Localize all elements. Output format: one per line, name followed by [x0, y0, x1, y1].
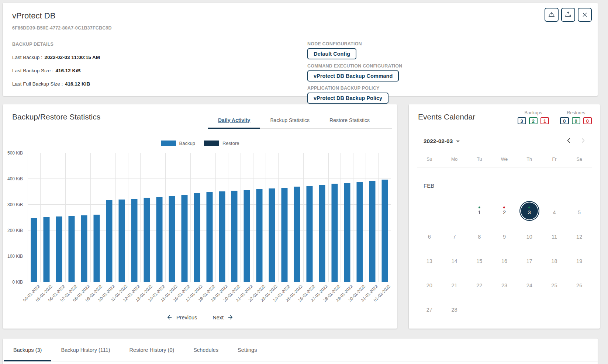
bottom-tabs: Backups (3)Backup History (111)Restore H…: [3, 339, 598, 361]
calendar-day[interactable]: 16: [492, 247, 517, 272]
calendar-day[interactable]: 2: [492, 199, 517, 223]
backup-bar[interactable]: [144, 198, 150, 282]
command-execution-configuration-button[interactable]: vProtect DB Backup Command: [307, 70, 399, 82]
chart-bar-slot: 09-01-2022: [91, 153, 103, 282]
date-select[interactable]: 2022-02-03: [424, 138, 460, 145]
node-configuration-button[interactable]: Default Config: [307, 48, 356, 59]
calendar-day[interactable]: 4: [542, 199, 567, 223]
backup-bar[interactable]: [219, 191, 225, 282]
event-count-badge: 2: [529, 117, 538, 124]
dot-spacer: [553, 231, 555, 233]
badge-group-backups: Backups321: [518, 110, 549, 124]
restore-button[interactable]: [561, 8, 575, 22]
tab-schedules[interactable]: Schedules: [184, 339, 228, 361]
calendar-day[interactable]: 6: [417, 223, 442, 247]
calendar-day[interactable]: 24: [517, 272, 542, 296]
calendar-day[interactable]: 23: [492, 272, 517, 296]
backup-bar[interactable]: [281, 188, 288, 282]
backup-bar[interactable]: [331, 184, 338, 282]
calendar-day[interactable]: 22: [467, 272, 492, 296]
calendar-day[interactable]: 20: [417, 272, 442, 296]
arrow-right-icon: [227, 314, 234, 320]
backup-bar[interactable]: [56, 216, 62, 282]
backup-bar[interactable]: [356, 182, 363, 282]
tab-restore-history-0[interactable]: Restore History (0): [120, 339, 184, 361]
tab-backup-history-111[interactable]: Backup History (111): [51, 339, 120, 361]
y-axis-tick: 400 KiB: [7, 176, 23, 181]
calendar-day[interactable]: 19: [567, 247, 592, 272]
chart-plot: 04-01-202205-01-202206-01-202207-01-2022…: [28, 153, 391, 282]
backup-bar[interactable]: [169, 196, 175, 282]
calendar-day[interactable]: 12: [567, 223, 592, 247]
tab-daily-activity[interactable]: Daily Activity: [208, 112, 260, 128]
day-number: 18: [551, 259, 557, 264]
calendar-day[interactable]: 14: [442, 247, 467, 272]
tab-backups-3[interactable]: Backups (3): [4, 339, 51, 361]
calendar-day[interactable]: 25: [542, 272, 567, 296]
application-backup-policy-label: APPLICATION BACKUP POLICY: [307, 86, 402, 91]
calendar-empty-cell: [492, 296, 517, 320]
calendar-day[interactable]: 26: [567, 272, 592, 296]
calendar-day[interactable]: 27: [417, 296, 442, 320]
backup-bar[interactable]: [106, 200, 113, 282]
backup-bar[interactable]: [131, 199, 137, 282]
dot-spacer: [453, 255, 455, 257]
calendar-day[interactable]: 13: [417, 247, 442, 272]
backup-bar[interactable]: [94, 215, 100, 282]
y-axis-tick: 300 KiB: [7, 202, 23, 207]
calendar-day[interactable]: 9: [492, 223, 517, 247]
calendar-day[interactable]: 11: [542, 223, 567, 247]
backup-bar[interactable]: [181, 195, 187, 282]
day-number: 10: [526, 234, 532, 240]
backup-bar[interactable]: [244, 190, 250, 282]
tab-restore-statistics[interactable]: Restore Statistics: [319, 112, 380, 128]
calendar-day[interactable]: 15: [467, 247, 492, 272]
backup-bar[interactable]: [344, 183, 350, 282]
backup-bar[interactable]: [31, 218, 37, 282]
backup-bar[interactable]: [231, 191, 238, 282]
backup-bar[interactable]: [319, 185, 325, 282]
calendar-prev-button[interactable]: [564, 136, 573, 146]
backup-button[interactable]: [545, 8, 559, 22]
backup-bar[interactable]: [119, 200, 125, 282]
backup-bar[interactable]: [194, 193, 200, 282]
backup-bar[interactable]: [156, 197, 162, 282]
tab-backup-statistics[interactable]: Backup Statistics: [260, 112, 319, 128]
calendar-day[interactable]: 21: [442, 272, 467, 296]
calendar-next-button[interactable]: [578, 136, 587, 146]
calendar-empty-cell: [442, 199, 467, 223]
day-number: 26: [576, 283, 582, 288]
dot-spacer: [578, 207, 580, 208]
calendar-nav: [564, 136, 587, 146]
dot-spacer: [428, 304, 430, 306]
calendar-day[interactable]: 8: [467, 223, 492, 247]
backup-bar[interactable]: [369, 181, 375, 282]
next-button[interactable]: Next: [208, 312, 238, 323]
backup-bar[interactable]: [307, 186, 313, 282]
calendar-day[interactable]: 18: [542, 247, 567, 272]
application-backup-policy-button[interactable]: vProtect DB Backup Policy: [307, 93, 388, 104]
calendar-day[interactable]: 3: [517, 199, 542, 223]
day-number: 14: [451, 259, 457, 264]
backup-bar[interactable]: [81, 215, 87, 282]
calendar-day[interactable]: 5: [567, 199, 592, 223]
calendar-day[interactable]: 1: [467, 199, 492, 223]
close-button[interactable]: [578, 8, 592, 22]
backup-bar[interactable]: [69, 216, 75, 282]
tab-settings[interactable]: Settings: [228, 339, 266, 361]
backup-bar[interactable]: [256, 189, 263, 282]
calendar-day[interactable]: 7: [442, 223, 467, 247]
backup-bar[interactable]: [381, 180, 388, 282]
chevron-right-icon: [579, 137, 587, 144]
backup-bar[interactable]: [269, 188, 275, 282]
backup-bar[interactable]: [44, 217, 50, 282]
backup-bar[interactable]: [206, 192, 213, 282]
last-backup-size-row: Last Backup Size : 416.12 KiB: [12, 68, 598, 73]
chart-bar-slot: 13-01-2022: [141, 153, 153, 282]
day-number: 15: [476, 259, 482, 264]
previous-button[interactable]: Previous: [162, 312, 201, 323]
backup-bar[interactable]: [294, 187, 300, 282]
calendar-day[interactable]: 28: [442, 296, 467, 320]
calendar-day[interactable]: 10: [517, 223, 542, 247]
calendar-day[interactable]: 17: [517, 247, 542, 272]
